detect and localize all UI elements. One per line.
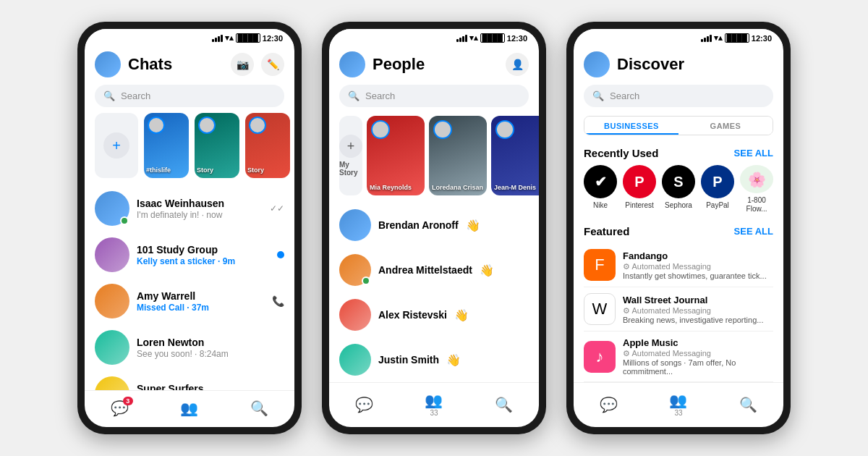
discover-tab[interactable]: GAMES	[678, 117, 773, 135]
see-all-button[interactable]: SEE ALL	[734, 148, 773, 159]
story-item[interactable]: Story	[195, 113, 239, 178]
status-bar: ▾▴ ████ 12:30	[329, 29, 539, 46]
chat-meta: ✓✓	[270, 203, 284, 214]
nav-item[interactable]: 3 💬	[103, 397, 136, 420]
wave-icon[interactable]: 👋	[454, 308, 469, 322]
people-list-item[interactable]: Brendan Aronoff 👋	[329, 203, 539, 248]
bottom-nav: 3 💬 👥 🔍	[85, 390, 294, 427]
nav-item[interactable]: 👥	[173, 397, 205, 420]
nav-item[interactable]: 🔍	[243, 397, 276, 420]
page-title: Chats	[128, 55, 224, 74]
chat-name: Isaac Weinhausen	[137, 198, 263, 209]
page-title: People	[373, 55, 498, 74]
discover-tab[interactable]: BUSINESSES	[584, 117, 678, 135]
header-icon-button[interactable]: ✏️	[261, 53, 284, 76]
recently-used-item[interactable]: S Sephora	[662, 165, 695, 214]
story-card[interactable]: Jean-M Denis	[491, 116, 539, 195]
recently-used-item[interactable]: P PayPal	[701, 165, 734, 214]
featured-desc: Millions of songs · 7am offer, No commit…	[623, 358, 773, 376]
wave-icon[interactable]: 👋	[480, 263, 494, 277]
status-icons: ▾▴ ████ 12:30	[456, 33, 527, 43]
people-list-item[interactable]: Justin Smith 👋	[329, 337, 539, 382]
chat-list-item[interactable]: Super Surfers Tomorrow is great · Mon	[85, 371, 294, 390]
my-story-label: My Story	[339, 161, 362, 177]
chat-info: Super Surfers Tomorrow is great · Mon	[137, 383, 277, 391]
featured-item[interactable]: W Wall Street Journal ⚙ Automated Messag…	[584, 287, 773, 332]
chat-list-item[interactable]: Loren Newton See you soon! · 8:24am	[85, 324, 294, 371]
nav-item[interactable]: 💬	[592, 393, 625, 416]
story-card[interactable]: Loredana Crisan	[429, 116, 487, 195]
time-display: 12:30	[752, 34, 772, 43]
chat-list-item[interactable]: Isaac Weinhausen I'm definately in! · no…	[85, 185, 294, 232]
app-header: Discover	[574, 46, 783, 82]
chat-avatar	[95, 284, 129, 318]
wifi-icon: ▾▴	[225, 33, 234, 43]
section-title: Recently Used	[584, 147, 658, 159]
read-receipt-icon: ✓✓	[270, 203, 284, 214]
time-display: 12:30	[507, 34, 527, 43]
chat-meta: 📞	[272, 295, 284, 307]
status-bar: ▾▴ ████ 12:30	[85, 29, 294, 46]
nav-icon: 👥	[180, 400, 198, 417]
story-add[interactable]: +	[95, 113, 138, 178]
story-item[interactable]: #thislife	[144, 113, 189, 178]
see-all-button[interactable]: SEE ALL	[734, 226, 773, 237]
header-icon-button[interactable]: 👤	[506, 53, 529, 76]
header-icon-button[interactable]: 📷	[231, 53, 254, 76]
recently-used-item[interactable]: P Pinterest	[623, 165, 656, 214]
story-card[interactable]: Mia Reynolds	[367, 116, 425, 195]
story-row: + #thislife Story Story Story	[85, 113, 294, 185]
featured-info: Wall Street Journal ⚙ Automated Messagin…	[623, 295, 773, 324]
person-info: Justin Smith	[378, 354, 439, 366]
story-name: Story	[197, 166, 237, 174]
chat-preview: Kelly sent a sticker · 9m	[137, 256, 270, 266]
wave-icon[interactable]: 👋	[466, 219, 480, 232]
nav-icon: 👥	[425, 392, 443, 409]
people-list: Brendan Aronoff 👋 Andrea Mittelstaedt 👋 …	[329, 203, 539, 382]
featured-item[interactable]: F Fandango ⚙ Automated Messaging Instant…	[584, 243, 773, 287]
nav-count: 33	[674, 409, 682, 417]
people-list-item[interactable]: Alex Ristevski 👋	[329, 292, 539, 337]
chat-list-item[interactable]: Amy Warrell Missed Call · 37m 📞	[85, 278, 294, 324]
phone-inner-people: ▾▴ ████ 12:30 People 👤 🔍 Search + My Sto…	[329, 29, 539, 427]
search-bar[interactable]: 🔍 Search	[584, 85, 773, 107]
wave-icon[interactable]: 👋	[446, 353, 461, 367]
chat-avatar	[95, 330, 129, 365]
featured-sub: ⚙ Automated Messaging	[623, 306, 773, 316]
brand-name: Pinterest	[625, 201, 653, 210]
search-icon: 🔍	[348, 90, 359, 101]
story-item[interactable]: Story	[245, 113, 290, 178]
nav-item[interactable]: 👥 33	[662, 389, 694, 420]
person-avatar	[339, 344, 371, 376]
chat-preview: I'm definately in! · now	[137, 210, 263, 220]
featured-logo: W	[584, 293, 616, 325]
stories-row: + My Story Mia Reynolds Loredana Crisan …	[329, 113, 539, 203]
recently-used-item[interactable]: 🌸 1-800 Flow...	[740, 165, 773, 214]
recently-used-item[interactable]: ✔ Nike	[584, 165, 617, 214]
featured-item[interactable]: ♪ Apple Music ⚙ Automated Messaging Mill…	[584, 332, 773, 382]
chat-list-item[interactable]: 101 Study Group Kelly sent a sticker · 9…	[85, 232, 294, 278]
recently-used-list: ✔ Nike P Pinterest S Sephora P PayPal 🌸 …	[574, 165, 783, 221]
search-bar[interactable]: 🔍 Search	[95, 85, 284, 107]
battery-icon: ████	[725, 33, 749, 43]
nav-item[interactable]: 🔍	[732, 393, 765, 416]
call-icon: 📞	[272, 295, 284, 307]
avatar-image	[339, 209, 371, 241]
status-bar: ▾▴ ████ 12:30	[574, 29, 783, 46]
my-story-card[interactable]: + My Story	[339, 116, 362, 195]
person-info: Andrea Mittelstaedt	[378, 264, 472, 276]
page-title: Discover	[617, 55, 766, 74]
search-bar[interactable]: 🔍 Search	[339, 85, 529, 107]
nav-item[interactable]: 🔍	[488, 393, 520, 416]
phone-discover: ▾▴ ████ 12:30 Discover 🔍 Search BUSINESS…	[566, 22, 791, 434]
story-avatar	[433, 120, 452, 139]
avatar	[95, 51, 121, 77]
chat-preview: See you soon! · 8:24am	[137, 349, 277, 359]
chat-info: Isaac Weinhausen I'm definately in! · no…	[137, 198, 263, 220]
nav-item[interactable]: 💬	[348, 393, 380, 416]
avatar-image	[95, 237, 129, 272]
nav-item[interactable]: 👥 33	[417, 389, 450, 420]
avatar	[339, 51, 365, 77]
add-story-icon: +	[339, 135, 362, 158]
people-list-item[interactable]: Andrea Mittelstaedt 👋	[329, 248, 539, 292]
